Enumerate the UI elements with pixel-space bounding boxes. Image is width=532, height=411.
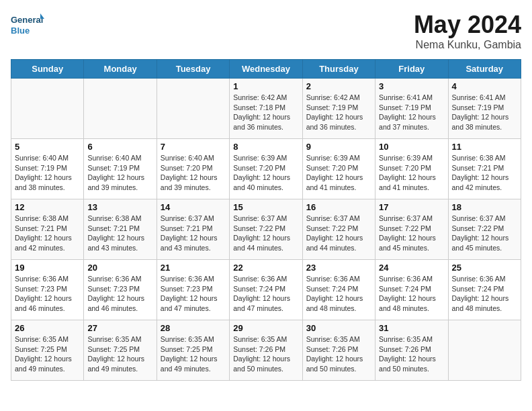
day-info: Sunrise: 6:35 AMSunset: 7:26 PMDaylight:… (379, 334, 444, 374)
calendar-cell: 8Sunrise: 6:39 AMSunset: 7:20 PMDaylight… (230, 139, 302, 199)
week-row-1: 1Sunrise: 6:42 AMSunset: 7:18 PMDaylight… (11, 79, 521, 139)
calendar-cell: 10Sunrise: 6:39 AMSunset: 7:20 PMDayligh… (375, 139, 448, 199)
week-row-5: 26Sunrise: 6:35 AMSunset: 7:25 PMDayligh… (11, 320, 521, 381)
day-info: Sunrise: 6:37 AMSunset: 7:22 PMDaylight:… (452, 214, 517, 253)
calendar-cell: 30Sunrise: 6:35 AMSunset: 7:26 PMDayligh… (302, 320, 375, 381)
day-number: 5 (15, 142, 80, 152)
day-info: Sunrise: 6:36 AMSunset: 7:24 PMDaylight:… (233, 274, 298, 314)
header-saturday: Saturday (448, 60, 521, 79)
calendar-cell: 20Sunrise: 6:36 AMSunset: 7:23 PMDayligh… (84, 260, 157, 320)
header-tuesday: Tuesday (157, 60, 229, 79)
week-row-4: 19Sunrise: 6:36 AMSunset: 7:23 PMDayligh… (11, 260, 521, 320)
day-info: Sunrise: 6:40 AMSunset: 7:19 PMDaylight:… (87, 153, 152, 193)
calendar-cell: 31Sunrise: 6:35 AMSunset: 7:26 PMDayligh… (375, 320, 448, 381)
calendar-cell: 17Sunrise: 6:37 AMSunset: 7:22 PMDayligh… (375, 199, 448, 260)
calendar-cell (157, 79, 229, 139)
day-number: 17 (379, 202, 444, 212)
day-number: 23 (306, 263, 371, 273)
day-number: 11 (452, 142, 517, 152)
day-info: Sunrise: 6:39 AMSunset: 7:20 PMDaylight:… (306, 153, 371, 193)
calendar-cell: 13Sunrise: 6:38 AMSunset: 7:21 PMDayligh… (84, 199, 157, 260)
title-area: May 2024 Nema Kunku, Gambia (414, 11, 521, 51)
header-thursday: Thursday (302, 60, 375, 79)
day-number: 22 (233, 263, 298, 273)
calendar-cell: 3Sunrise: 6:41 AMSunset: 7:19 PMDaylight… (375, 79, 448, 139)
day-info: Sunrise: 6:42 AMSunset: 7:19 PMDaylight:… (306, 93, 371, 132)
day-number: 27 (87, 323, 152, 333)
day-info: Sunrise: 6:41 AMSunset: 7:19 PMDaylight:… (452, 93, 517, 132)
calendar-cell: 25Sunrise: 6:36 AMSunset: 7:24 PMDayligh… (448, 260, 521, 320)
day-number: 14 (161, 202, 226, 212)
day-info: Sunrise: 6:40 AMSunset: 7:19 PMDaylight:… (15, 153, 80, 193)
header: General Blue May 2024 Nema Kunku, Gambia (11, 11, 521, 51)
day-number: 10 (379, 142, 444, 152)
day-info: Sunrise: 6:36 AMSunset: 7:23 PMDaylight:… (161, 274, 226, 314)
day-info: Sunrise: 6:37 AMSunset: 7:21 PMDaylight:… (161, 214, 226, 253)
day-number: 6 (87, 142, 152, 152)
calendar-cell (448, 320, 521, 381)
day-number: 7 (161, 142, 226, 152)
day-info: Sunrise: 6:37 AMSunset: 7:22 PMDaylight:… (233, 214, 298, 253)
week-row-3: 12Sunrise: 6:38 AMSunset: 7:21 PMDayligh… (11, 199, 521, 260)
calendar-cell: 1Sunrise: 6:42 AMSunset: 7:18 PMDaylight… (230, 79, 302, 139)
day-number: 21 (161, 263, 226, 273)
calendar-cell (84, 79, 157, 139)
calendar-table: SundayMondayTuesdayWednesdayThursdayFrid… (11, 59, 521, 381)
day-number: 19 (15, 263, 80, 273)
day-number: 26 (15, 323, 80, 333)
calendar-cell: 4Sunrise: 6:41 AMSunset: 7:19 PMDaylight… (448, 79, 521, 139)
day-number: 4 (452, 81, 517, 91)
day-info: Sunrise: 6:41 AMSunset: 7:19 PMDaylight:… (379, 93, 444, 132)
day-number: 18 (452, 202, 517, 212)
day-info: Sunrise: 6:40 AMSunset: 7:20 PMDaylight:… (161, 153, 226, 193)
day-info: Sunrise: 6:37 AMSunset: 7:22 PMDaylight:… (306, 214, 371, 253)
calendar-cell: 26Sunrise: 6:35 AMSunset: 7:25 PMDayligh… (11, 320, 84, 381)
logo-svg: General Blue (11, 11, 44, 40)
day-info: Sunrise: 6:39 AMSunset: 7:20 PMDaylight:… (379, 153, 444, 193)
day-info: Sunrise: 6:35 AMSunset: 7:26 PMDaylight:… (306, 334, 371, 374)
calendar-cell: 18Sunrise: 6:37 AMSunset: 7:22 PMDayligh… (448, 199, 521, 260)
calendar-cell: 27Sunrise: 6:35 AMSunset: 7:25 PMDayligh… (84, 320, 157, 381)
calendar-cell: 16Sunrise: 6:37 AMSunset: 7:22 PMDayligh… (302, 199, 375, 260)
calendar-cell: 19Sunrise: 6:36 AMSunset: 7:23 PMDayligh… (11, 260, 84, 320)
day-info: Sunrise: 6:38 AMSunset: 7:21 PMDaylight:… (15, 214, 80, 253)
day-info: Sunrise: 6:35 AMSunset: 7:26 PMDaylight:… (233, 334, 298, 374)
header-friday: Friday (375, 60, 448, 79)
day-number: 20 (87, 263, 152, 273)
header-monday: Monday (84, 60, 157, 79)
calendar-cell: 14Sunrise: 6:37 AMSunset: 7:21 PMDayligh… (157, 199, 229, 260)
day-info: Sunrise: 6:37 AMSunset: 7:22 PMDaylight:… (379, 214, 444, 253)
day-info: Sunrise: 6:38 AMSunset: 7:21 PMDaylight:… (452, 153, 517, 193)
day-number: 25 (452, 263, 517, 273)
day-info: Sunrise: 6:36 AMSunset: 7:23 PMDaylight:… (87, 274, 152, 314)
location-title: Nema Kunku, Gambia (414, 39, 521, 51)
day-number: 8 (233, 142, 298, 152)
day-info: Sunrise: 6:38 AMSunset: 7:21 PMDaylight:… (87, 214, 152, 253)
day-info: Sunrise: 6:36 AMSunset: 7:24 PMDaylight:… (306, 274, 371, 314)
day-number: 3 (379, 81, 444, 91)
calendar-cell: 2Sunrise: 6:42 AMSunset: 7:19 PMDaylight… (302, 79, 375, 139)
day-info: Sunrise: 6:35 AMSunset: 7:25 PMDaylight:… (15, 334, 80, 374)
day-number: 13 (87, 202, 152, 212)
week-row-2: 5Sunrise: 6:40 AMSunset: 7:19 PMDaylight… (11, 139, 521, 199)
calendar-cell: 24Sunrise: 6:36 AMSunset: 7:24 PMDayligh… (375, 260, 448, 320)
day-info: Sunrise: 6:42 AMSunset: 7:18 PMDaylight:… (233, 93, 298, 132)
days-header-row: SundayMondayTuesdayWednesdayThursdayFrid… (11, 60, 521, 79)
day-info: Sunrise: 6:35 AMSunset: 7:25 PMDaylight:… (161, 334, 226, 374)
day-info: Sunrise: 6:36 AMSunset: 7:24 PMDaylight:… (379, 274, 444, 314)
calendar-cell: 11Sunrise: 6:38 AMSunset: 7:21 PMDayligh… (448, 139, 521, 199)
svg-text:General: General (11, 15, 43, 25)
calendar-cell: 29Sunrise: 6:35 AMSunset: 7:26 PMDayligh… (230, 320, 302, 381)
day-number: 9 (306, 142, 371, 152)
day-info: Sunrise: 6:36 AMSunset: 7:23 PMDaylight:… (15, 274, 80, 314)
day-number: 24 (379, 263, 444, 273)
calendar-cell: 6Sunrise: 6:40 AMSunset: 7:19 PMDaylight… (84, 139, 157, 199)
calendar-cell: 5Sunrise: 6:40 AMSunset: 7:19 PMDaylight… (11, 139, 84, 199)
logo: General Blue (11, 11, 44, 40)
day-number: 1 (233, 81, 298, 91)
day-number: 15 (233, 202, 298, 212)
day-info: Sunrise: 6:35 AMSunset: 7:25 PMDaylight:… (87, 334, 152, 374)
svg-text:Blue: Blue (11, 26, 30, 36)
calendar-cell: 28Sunrise: 6:35 AMSunset: 7:25 PMDayligh… (157, 320, 229, 381)
calendar-cell: 22Sunrise: 6:36 AMSunset: 7:24 PMDayligh… (230, 260, 302, 320)
